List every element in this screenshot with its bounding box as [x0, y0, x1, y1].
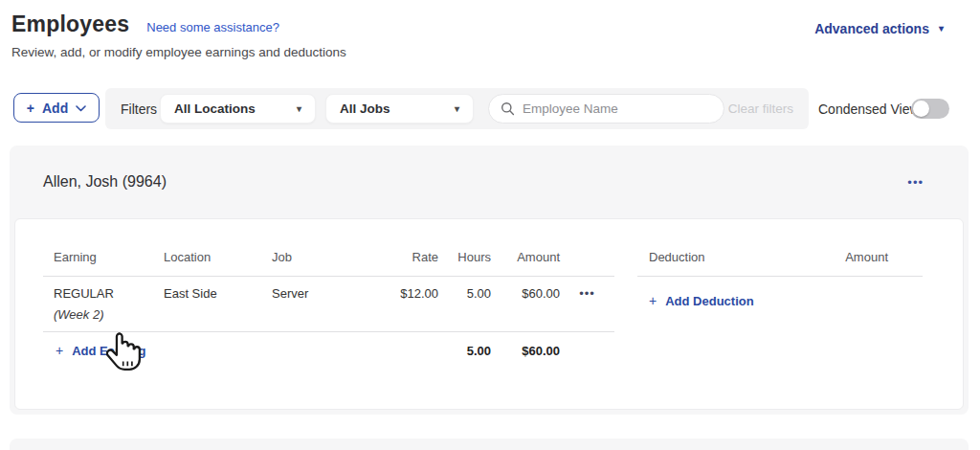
earnings-col-job: Job	[272, 250, 387, 264]
earning-row: REGULAR (Week 2) East Side Server $12.00…	[43, 277, 614, 332]
toolbar: + Add Filters All Locations ▾ All Jobs ▾…	[0, 88, 980, 129]
condensed-view-toggle[interactable]	[911, 99, 949, 119]
toggle-knob	[913, 101, 929, 117]
deductions-col-amount: Amount	[845, 250, 923, 264]
employee-name: Allen, Josh (9964)	[43, 173, 167, 191]
earnings-col-amount: Amount	[491, 250, 560, 264]
job-filter-select[interactable]: All Jobs ▾	[325, 94, 474, 124]
total-hours: 5.00	[438, 344, 491, 358]
advanced-actions-label: Advanced actions	[814, 21, 929, 36]
employee-search-input[interactable]	[523, 101, 712, 116]
plus-icon: +	[56, 343, 63, 358]
add-earning-label: Add Earning	[72, 344, 145, 358]
earnings-col-location: Location	[164, 250, 272, 264]
assistance-link[interactable]: Need some assistance?	[146, 20, 279, 34]
filter-band: Filters All Locations ▾ All Jobs ▾ Clear…	[105, 88, 809, 129]
employee-search-box	[488, 94, 724, 124]
next-employee-card[interactable]	[10, 439, 969, 450]
earning-cell: REGULAR (Week 2)	[43, 286, 164, 322]
plus-icon: +	[27, 101, 34, 116]
add-button[interactable]: + Add	[13, 93, 100, 123]
clear-filters-button[interactable]: Clear filters	[728, 88, 793, 129]
page-title: Employees	[11, 11, 129, 37]
earnings-col-hours: Hours	[438, 250, 491, 264]
rate-cell: $12.00	[387, 286, 438, 301]
job-cell: Server	[272, 286, 387, 301]
earnings-col-earning: Earning	[43, 250, 164, 264]
caret-down-icon: ▾	[297, 104, 301, 114]
location-cell: East Side	[164, 286, 272, 301]
page-subtitle: Review, add, or modify employee earnings…	[11, 45, 969, 59]
job-filter-value: All Jobs	[340, 101, 390, 116]
hours-cell: 5.00	[438, 286, 491, 301]
add-deduction-button[interactable]: + Add Deduction	[649, 293, 754, 308]
condensed-view-label: Condensed View	[818, 88, 920, 129]
deductions-col-deduction: Deduction	[637, 250, 705, 264]
employee-menu-button[interactable]: •••	[907, 176, 924, 189]
deductions-header-row: Deduction Amount	[637, 238, 923, 277]
employee-card-body: Earning Location Job Rate Hours Amount R…	[14, 218, 964, 410]
employee-card: Allen, Josh (9964) ••• Earning Location …	[10, 146, 969, 415]
earnings-footer-row: + Add Earning 5.00 $60.00	[43, 332, 614, 369]
caret-down-icon: ▾	[455, 104, 459, 114]
location-filter-value: All Locations	[174, 101, 256, 116]
add-deduction-label: Add Deduction	[665, 294, 753, 308]
caret-down-icon: ▾	[939, 24, 944, 34]
total-amount: $60.00	[491, 344, 560, 358]
employee-card-header: Allen, Josh (9964) •••	[10, 146, 969, 218]
amount-cell: $60.00	[491, 286, 560, 301]
deductions-table: Deduction Amount + Add Deduction	[637, 238, 923, 409]
advanced-actions-button[interactable]: Advanced actions ▾	[814, 21, 944, 36]
earning-row-menu-button[interactable]: •••	[579, 287, 595, 300]
earning-week: (Week 2)	[54, 307, 164, 322]
add-earning-button[interactable]: + Add Earning	[56, 343, 145, 358]
search-icon	[501, 101, 515, 116]
earnings-header-row: Earning Location Job Rate Hours Amount	[43, 238, 614, 277]
earning-type: REGULAR	[54, 286, 164, 301]
chevron-down-icon	[76, 105, 86, 112]
location-filter-select[interactable]: All Locations ▾	[160, 94, 316, 124]
earnings-col-rate: Rate	[387, 250, 438, 264]
plus-icon: +	[649, 293, 657, 308]
page-header: Employees Need some assistance? Review, …	[11, 11, 969, 59]
earnings-table: Earning Location Job Rate Hours Amount R…	[43, 238, 614, 409]
add-button-label: Add	[42, 101, 68, 116]
filters-label: Filters	[121, 88, 157, 129]
